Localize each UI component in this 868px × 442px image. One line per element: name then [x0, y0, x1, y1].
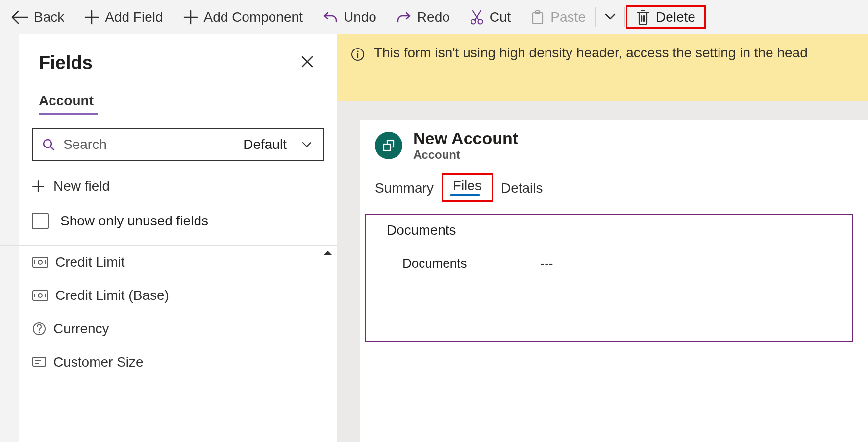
info-icon [350, 47, 365, 62]
undo-button[interactable]: Undo [314, 4, 385, 30]
form-canvas: This form isn't using high density heade… [337, 34, 868, 442]
undo-icon [323, 10, 338, 25]
form-title: New Account [413, 129, 518, 148]
field-label: Credit Limit (Base) [55, 288, 169, 303]
cut-icon [470, 10, 484, 25]
new-field-button[interactable]: New field [19, 161, 337, 208]
svg-point-6 [38, 260, 42, 264]
new-field-label: New field [53, 178, 110, 194]
svg-point-10 [39, 332, 40, 333]
separator [74, 7, 74, 27]
info-banner-text: This form isn't using high density heade… [374, 45, 808, 61]
search-placeholder: Search [63, 137, 107, 152]
document-row-value: --- [541, 256, 553, 271]
help-icon [32, 321, 47, 336]
scroll-up-icon[interactable] [323, 249, 333, 256]
separator [595, 7, 596, 27]
field-label: Currency [53, 321, 109, 337]
search-row: Search Default [32, 128, 324, 161]
field-item[interactable]: Credit Limit (Base) [19, 279, 337, 312]
field-label: Credit Limit [55, 254, 125, 270]
redo-label: Redo [417, 9, 450, 25]
plus-icon [32, 180, 45, 193]
checkbox-unchecked-icon [32, 213, 49, 229]
tab-details[interactable]: Details [493, 177, 551, 202]
add-component-button[interactable]: Add Component [174, 4, 312, 30]
document-row-label: Documents [402, 256, 467, 271]
search-filter-value: Default [243, 137, 287, 152]
form-card: New Account Account Summary Files Detail… [360, 120, 868, 442]
trash-icon [636, 9, 650, 25]
entity-tab[interactable]: Account [39, 93, 317, 113]
close-icon [300, 55, 314, 69]
tab-underline [450, 194, 480, 196]
entity-icon [375, 132, 402, 159]
search-icon [42, 138, 55, 151]
fields-panel-title: Fields [39, 52, 93, 74]
overflow-button[interactable] [597, 7, 623, 27]
chevron-down-icon [604, 12, 617, 21]
field-item[interactable]: Credit Limit [19, 246, 337, 279]
svg-rect-15 [384, 144, 390, 150]
form-header: New Account Account [360, 120, 868, 168]
chevron-down-icon [301, 141, 312, 148]
show-unused-checkbox-row[interactable]: Show only unused fields [19, 208, 337, 245]
delete-label: Delete [656, 9, 695, 25]
layers-icon [381, 138, 396, 153]
currency-icon [32, 256, 49, 268]
form-tabs: Summary Files Details [360, 168, 868, 202]
back-arrow-icon [11, 10, 28, 24]
redo-button[interactable]: Redo [388, 4, 459, 30]
svg-point-13 [357, 50, 358, 52]
add-field-label: Add Field [105, 9, 163, 25]
delete-button[interactable]: Delete [626, 5, 706, 29]
info-banner: This form isn't using high density heade… [337, 34, 868, 101]
field-label: Customer Size [53, 354, 144, 370]
separator [313, 7, 313, 27]
form-subtitle: Account [413, 148, 518, 162]
search-filter-dropdown[interactable]: Default [232, 129, 323, 160]
cut-label: Cut [490, 9, 511, 25]
section-title: Documents [387, 222, 839, 238]
svg-point-8 [38, 294, 42, 297]
search-input[interactable]: Search [33, 129, 232, 160]
close-panel-button[interactable] [298, 52, 317, 74]
field-list: Credit Limit Credit Limit (Base) Currenc… [19, 246, 337, 442]
undo-label: Undo [344, 9, 376, 25]
tab-summary[interactable]: Summary [375, 177, 442, 202]
add-field-button[interactable]: Add Field [75, 4, 172, 30]
currency-icon [32, 290, 49, 301]
plus-icon [183, 10, 198, 25]
back-label: Back [34, 9, 64, 25]
cut-button[interactable]: Cut [461, 4, 520, 30]
fields-panel: Fields Account Search Default [19, 34, 337, 442]
paste-icon [531, 10, 545, 25]
entity-tab-underline [39, 113, 98, 115]
command-bar: Back Add Field Add Component Undo Redo C… [0, 0, 868, 34]
field-item[interactable]: Currency [19, 312, 337, 345]
show-unused-label: Show only unused fields [60, 213, 208, 229]
tab-files[interactable]: Files [442, 173, 493, 202]
paste-button: Paste [522, 4, 595, 30]
optionset-icon [32, 356, 47, 368]
redo-icon [397, 10, 411, 25]
paste-label: Paste [550, 9, 586, 25]
add-component-label: Add Component [204, 9, 303, 25]
svg-rect-11 [33, 357, 46, 366]
field-item[interactable]: Customer Size [19, 345, 337, 379]
section-selected[interactable]: Documents Documents --- [365, 214, 853, 342]
separator [624, 7, 625, 27]
plus-icon [84, 10, 99, 25]
tab-files-label: Files [453, 178, 482, 193]
back-button[interactable]: Back [2, 4, 73, 30]
document-row: Documents --- [387, 252, 839, 282]
svg-rect-2 [533, 13, 543, 24]
